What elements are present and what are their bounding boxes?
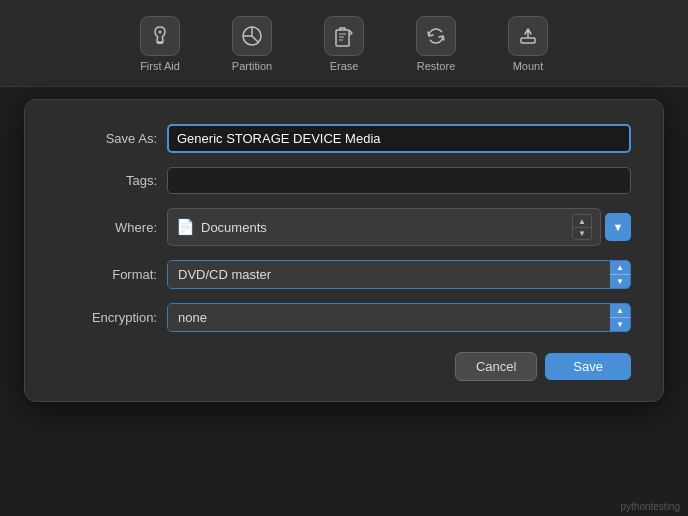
- encryption-value: none: [168, 304, 610, 331]
- encryption-row: Encryption: none ▲ ▼: [57, 303, 631, 332]
- toolbar-first-aid[interactable]: First Aid: [116, 10, 204, 78]
- svg-rect-3: [521, 38, 535, 43]
- tags-label: Tags:: [57, 173, 167, 188]
- partition-icon: [232, 16, 272, 56]
- format-down[interactable]: ▼: [610, 275, 630, 288]
- tags-input[interactable]: [167, 167, 631, 194]
- where-row: Where: 📄 Documents ▲ ▼ ▼: [57, 208, 631, 246]
- format-up[interactable]: ▲: [610, 261, 630, 275]
- where-select[interactable]: 📄 Documents ▲ ▼: [167, 208, 601, 246]
- encryption-up[interactable]: ▲: [610, 304, 630, 318]
- format-select[interactable]: DVD/CD master ▲ ▼: [167, 260, 631, 289]
- encryption-stepper: ▲ ▼: [610, 304, 630, 331]
- save-as-control: [167, 124, 631, 153]
- format-row: Format: DVD/CD master ▲ ▼: [57, 260, 631, 289]
- encryption-down[interactable]: ▼: [610, 318, 630, 331]
- toolbar-erase[interactable]: Erase: [300, 10, 388, 78]
- first-aid-label: First Aid: [140, 60, 180, 72]
- folder-icon: 📄: [176, 218, 195, 236]
- first-aid-icon: [140, 16, 180, 56]
- restore-label: Restore: [417, 60, 456, 72]
- where-value: Documents: [201, 220, 568, 235]
- restore-icon: [416, 16, 456, 56]
- format-control: DVD/CD master ▲ ▼: [167, 260, 631, 289]
- save-button[interactable]: Save: [545, 353, 631, 380]
- format-stepper: ▲ ▼: [610, 261, 630, 288]
- erase-label: Erase: [330, 60, 359, 72]
- encryption-control: none ▲ ▼: [167, 303, 631, 332]
- mount-icon: [508, 16, 548, 56]
- svg-rect-2: [336, 30, 349, 46]
- erase-icon: [324, 16, 364, 56]
- toolbar-mount[interactable]: Mount: [484, 10, 572, 78]
- where-stepper-down[interactable]: ▼: [573, 227, 591, 239]
- save-as-row: Save As:: [57, 124, 631, 153]
- where-label: Where:: [57, 220, 167, 235]
- partition-label: Partition: [232, 60, 272, 72]
- toolbar: First Aid Partition Erase: [0, 0, 688, 87]
- cancel-button[interactable]: Cancel: [455, 352, 537, 381]
- encryption-select[interactable]: none ▲ ▼: [167, 303, 631, 332]
- save-as-label: Save As:: [57, 131, 167, 146]
- dialog-buttons: Cancel Save: [57, 352, 631, 381]
- svg-point-0: [159, 31, 162, 34]
- where-dropdown-button[interactable]: ▼: [605, 213, 631, 241]
- mount-label: Mount: [513, 60, 544, 72]
- format-value: DVD/CD master: [168, 261, 610, 288]
- watermark: pythontesting: [621, 501, 681, 512]
- format-label: Format:: [57, 267, 167, 282]
- save-dialog: Save As: Tags: Where: 📄 Documents ▲ ▼: [24, 99, 664, 402]
- tags-row: Tags:: [57, 167, 631, 194]
- where-control: 📄 Documents ▲ ▼ ▼: [167, 208, 631, 246]
- tags-control: [167, 167, 631, 194]
- toolbar-partition[interactable]: Partition: [208, 10, 296, 78]
- encryption-label: Encryption:: [57, 310, 167, 325]
- save-as-input[interactable]: [167, 124, 631, 153]
- toolbar-restore[interactable]: Restore: [392, 10, 480, 78]
- save-label: Save: [573, 359, 603, 374]
- where-stepper: ▲ ▼: [572, 214, 592, 240]
- where-stepper-up[interactable]: ▲: [573, 215, 591, 227]
